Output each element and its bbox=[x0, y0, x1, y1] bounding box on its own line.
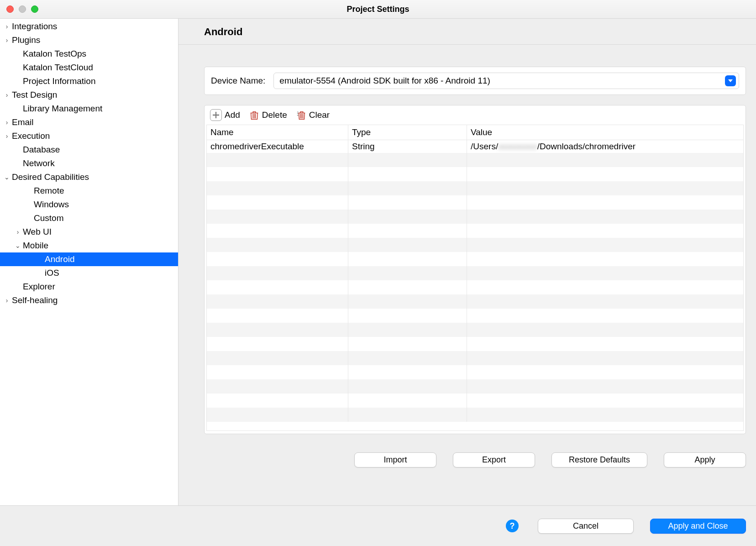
cell-empty[interactable] bbox=[467, 280, 743, 294]
cell-empty[interactable] bbox=[348, 280, 467, 294]
cell-empty[interactable] bbox=[207, 266, 348, 280]
cell-empty[interactable] bbox=[348, 238, 467, 252]
tree-item[interactable]: ›Plugins bbox=[0, 33, 178, 47]
table-row[interactable]: chromedriverExecutableString/Users/xxxxx… bbox=[207, 140, 743, 153]
cell-type[interactable]: String bbox=[348, 140, 467, 153]
cell-empty[interactable] bbox=[467, 323, 743, 337]
cell-empty[interactable] bbox=[207, 252, 348, 266]
cell-empty[interactable] bbox=[467, 181, 743, 195]
tree-item[interactable]: iOS bbox=[0, 266, 178, 280]
cell-empty[interactable] bbox=[348, 181, 467, 195]
cell-empty[interactable] bbox=[207, 195, 348, 210]
table-row[interactable] bbox=[207, 351, 743, 365]
cell-empty[interactable] bbox=[348, 379, 467, 394]
tree-item[interactable]: Katalon TestCloud bbox=[0, 61, 178, 74]
cell-empty[interactable] bbox=[348, 294, 467, 309]
cell-empty[interactable] bbox=[348, 167, 467, 181]
table-row[interactable] bbox=[207, 379, 743, 394]
cell-empty[interactable] bbox=[348, 210, 467, 224]
apply-button[interactable]: Apply bbox=[664, 452, 746, 467]
cancel-button[interactable]: Cancel bbox=[538, 519, 634, 534]
tree-item[interactable]: Remote bbox=[0, 184, 178, 198]
cell-empty[interactable] bbox=[467, 167, 743, 181]
tree-item[interactable]: ⌄Mobile bbox=[0, 239, 178, 252]
capabilities-grid[interactable]: Name Type Value chromedriverExecutableSt… bbox=[206, 125, 744, 431]
table-row[interactable] bbox=[207, 365, 743, 379]
tree-item[interactable]: ›Test Design bbox=[0, 88, 178, 102]
table-row[interactable] bbox=[207, 408, 743, 422]
tree-item[interactable]: ›Execution bbox=[0, 129, 178, 143]
cell-empty[interactable] bbox=[467, 294, 743, 309]
table-row[interactable] bbox=[207, 394, 743, 408]
cell-empty[interactable] bbox=[207, 224, 348, 238]
table-row[interactable] bbox=[207, 323, 743, 337]
cell-empty[interactable] bbox=[348, 365, 467, 379]
tree-item[interactable]: Android bbox=[0, 252, 178, 266]
cell-empty[interactable] bbox=[348, 351, 467, 365]
device-select[interactable]: emulator-5554 (Android SDK built for x86… bbox=[273, 73, 739, 89]
cell-empty[interactable] bbox=[207, 309, 348, 323]
cell-empty[interactable] bbox=[348, 252, 467, 266]
cell-empty[interactable] bbox=[207, 181, 348, 195]
table-row[interactable] bbox=[207, 280, 743, 294]
cell-empty[interactable] bbox=[348, 394, 467, 408]
tree-item[interactable]: Network bbox=[0, 157, 178, 170]
tree-item[interactable]: Windows bbox=[0, 198, 178, 211]
restore-defaults-button[interactable]: Restore Defaults bbox=[551, 452, 647, 467]
tree-item[interactable]: Library Management bbox=[0, 102, 178, 116]
table-row[interactable] bbox=[207, 238, 743, 252]
export-button[interactable]: Export bbox=[453, 452, 535, 467]
cell-empty[interactable] bbox=[467, 408, 743, 422]
cell-empty[interactable] bbox=[467, 379, 743, 394]
cell-empty[interactable] bbox=[348, 323, 467, 337]
cell-name[interactable]: chromedriverExecutable bbox=[207, 140, 348, 153]
table-row[interactable] bbox=[207, 210, 743, 224]
table-row[interactable] bbox=[207, 266, 743, 280]
cell-empty[interactable] bbox=[467, 238, 743, 252]
tree-item[interactable]: Database bbox=[0, 143, 178, 157]
tree-item[interactable]: Project Information bbox=[0, 74, 178, 88]
table-row[interactable] bbox=[207, 224, 743, 238]
cell-empty[interactable] bbox=[467, 224, 743, 238]
cell-empty[interactable] bbox=[467, 266, 743, 280]
tree-item[interactable]: Custom bbox=[0, 211, 178, 225]
cell-empty[interactable] bbox=[207, 323, 348, 337]
table-row[interactable] bbox=[207, 195, 743, 210]
cell-empty[interactable] bbox=[207, 153, 348, 167]
col-type[interactable]: Type bbox=[348, 125, 467, 140]
delete-button[interactable]: Delete bbox=[249, 110, 287, 120]
cell-empty[interactable] bbox=[207, 379, 348, 394]
table-row[interactable] bbox=[207, 181, 743, 195]
cell-empty[interactable] bbox=[348, 408, 467, 422]
cell-empty[interactable] bbox=[467, 394, 743, 408]
cell-empty[interactable] bbox=[467, 337, 743, 351]
help-icon[interactable]: ? bbox=[506, 520, 519, 532]
apply-and-close-button[interactable]: Apply and Close bbox=[650, 519, 746, 534]
cell-empty[interactable] bbox=[207, 394, 348, 408]
tree-item[interactable]: ›Email bbox=[0, 116, 178, 129]
settings-tree[interactable]: ›Integrations›PluginsKatalon TestOpsKata… bbox=[0, 19, 178, 505]
cell-empty[interactable] bbox=[207, 238, 348, 252]
table-row[interactable] bbox=[207, 153, 743, 167]
cell-empty[interactable] bbox=[467, 252, 743, 266]
cell-empty[interactable] bbox=[348, 195, 467, 210]
col-value[interactable]: Value bbox=[467, 125, 743, 140]
cell-empty[interactable] bbox=[348, 224, 467, 238]
tree-item[interactable]: ›Web UI bbox=[0, 225, 178, 239]
cell-empty[interactable] bbox=[467, 153, 743, 167]
cell-empty[interactable] bbox=[207, 351, 348, 365]
cell-empty[interactable] bbox=[207, 167, 348, 181]
cell-value[interactable]: /Users/xxxxxxxxx/Downloads/chromedriver bbox=[467, 140, 743, 153]
cell-empty[interactable] bbox=[207, 294, 348, 309]
cell-empty[interactable] bbox=[348, 337, 467, 351]
table-row[interactable] bbox=[207, 309, 743, 323]
table-row[interactable] bbox=[207, 294, 743, 309]
cell-empty[interactable] bbox=[467, 195, 743, 210]
table-row[interactable] bbox=[207, 337, 743, 351]
tree-item[interactable]: Explorer bbox=[0, 280, 178, 294]
add-button[interactable]: Add bbox=[210, 109, 240, 121]
import-button[interactable]: Import bbox=[354, 452, 436, 467]
cell-empty[interactable] bbox=[348, 309, 467, 323]
cell-empty[interactable] bbox=[467, 309, 743, 323]
cell-empty[interactable] bbox=[467, 351, 743, 365]
